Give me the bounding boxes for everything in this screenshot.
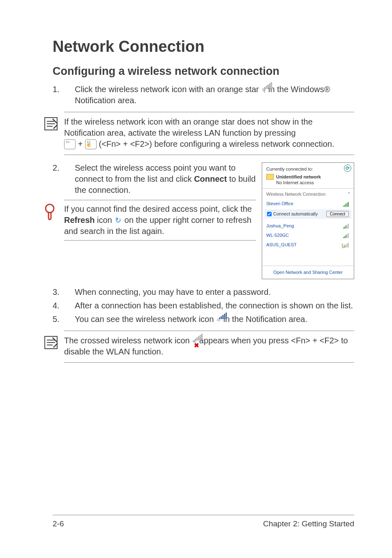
step-2: 2. Select the wireless access point you …	[53, 162, 256, 196]
step-5: 5. You can see the wireless network icon…	[53, 314, 354, 325]
note-icon	[44, 116, 58, 131]
fn-key-icon: Fn	[64, 139, 76, 149]
wifi-connect-row: Connect automatically Connect	[265, 209, 351, 219]
step-5-text-a: You can see the wireless network icon	[75, 315, 216, 324]
note-icon	[44, 335, 58, 350]
plus-sign: +	[78, 139, 85, 148]
tip-text-a: If you cannot find the desired access po…	[64, 204, 252, 213]
step-3-text: When connecting, you may have to enter a…	[75, 287, 354, 298]
note1-after: (<Fn> + <F2>) before configuring a wirel…	[99, 139, 334, 148]
wifi-item-label: WL-520GC	[266, 232, 289, 238]
step-4-text: After a connection has been established,…	[75, 300, 354, 311]
chapter-label: Chapter 2: Getting Started	[263, 519, 354, 529]
step-2-number: 2.	[53, 162, 75, 196]
connect-auto-label: Connect automatically	[273, 211, 325, 217]
step-5-number: 5.	[53, 314, 75, 325]
popup-net-status: No Internet access	[276, 180, 321, 186]
step-1-number: 1.	[53, 84, 75, 106]
step-4: 4. After a connection has been establish…	[53, 300, 354, 311]
popup-section-label: Wireless Network Connection	[266, 191, 325, 197]
step-3-number: 3.	[53, 287, 75, 298]
refresh-arrows-icon: ↻	[115, 215, 121, 225]
note1-line1: If the wireless network icon with an ora…	[64, 117, 313, 137]
wifi-item-joshua[interactable]: Joshua_Peng	[266, 221, 350, 231]
signal-icon	[343, 201, 350, 207]
connect-bold: Connect	[194, 174, 227, 183]
note2-before: The crossed wireless network icon	[64, 336, 192, 345]
wifi-popup: ⟳ Currently connected to: Unidentified n…	[262, 162, 354, 280]
note-fn-f2: If the wireless network icon with an ora…	[64, 112, 354, 155]
step-1: 1. Click the wireless network icon with …	[53, 84, 354, 106]
signal-icon	[343, 232, 350, 238]
page-number: 2-6	[53, 519, 64, 529]
connect-auto-checkbox[interactable]	[267, 212, 272, 216]
step-5-text-b: in the Notification area.	[223, 315, 307, 324]
popup-net-name: Unidentified network	[276, 174, 321, 180]
refresh-bold: Refresh	[64, 215, 95, 225]
wifi-item-label: Joshua_Peng	[266, 223, 294, 229]
tip-refresh: If you cannot find the desired access po…	[64, 200, 256, 241]
wifi-item-label: Steven Office	[266, 201, 293, 207]
network-status-icon	[266, 174, 274, 180]
open-network-center-link[interactable]: Open Network and Sharing Center	[262, 266, 354, 279]
wifi-item-steven[interactable]: Steven Office	[266, 199, 350, 208]
step-3: 3. When connecting, you may have to ente…	[53, 287, 354, 298]
step-4-number: 4.	[53, 300, 75, 311]
page-footer: 2-6 Chapter 2: Getting Started	[53, 515, 354, 529]
note-crossed-icon: The crossed wireless network icon ✖ appe…	[64, 331, 354, 363]
step-1-text-a: Click the wireless network icon with an …	[75, 85, 261, 94]
wifi-item-wl520gc[interactable]: WL-520GC	[266, 231, 350, 240]
wireless-connected-icon	[217, 319, 220, 321]
tip-text-b: icon	[95, 215, 114, 225]
connect-button[interactable]: Connect	[326, 211, 349, 217]
tip-icon	[44, 204, 56, 222]
popup-refresh-icon[interactable]: ⟳	[344, 164, 351, 172]
wireless-disabled-icon: ✖	[193, 340, 196, 343]
f2-key-icon: F2📶	[85, 139, 97, 149]
section-heading: Configuring a wireless network connectio…	[53, 64, 354, 79]
wifi-item-label: ASUS_GUEST	[266, 242, 297, 248]
svg-point-1	[46, 204, 54, 213]
signal-icon: 🛡	[343, 242, 350, 248]
wifi-item-asus-guest[interactable]: ASUS_GUEST 🛡	[266, 240, 350, 250]
popup-caret-icon[interactable]: ˆ	[348, 191, 350, 197]
popup-currently-label: Currently connected to:	[266, 166, 350, 172]
wireless-orange-star-icon	[262, 88, 265, 91]
page-title: Network Connection	[53, 36, 354, 57]
signal-icon	[343, 223, 350, 229]
